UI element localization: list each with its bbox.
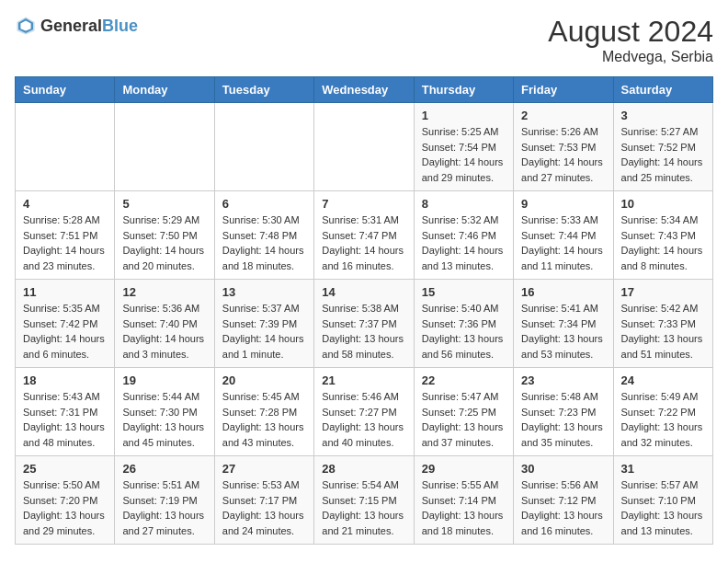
- title-block: August 2024 Medvega, Serbia: [548, 15, 713, 65]
- page-header: GeneralBlue August 2024 Medvega, Serbia: [15, 15, 713, 65]
- day-number: 19: [122, 373, 206, 387]
- calendar-cell: 21Sunrise: 5:46 AMSunset: 7:27 PMDayligh…: [314, 368, 414, 456]
- cell-content: Sunrise: 5:50 AMSunset: 7:20 PMDaylight:…: [23, 477, 107, 538]
- cell-content: Sunrise: 5:40 AMSunset: 7:36 PMDaylight:…: [422, 301, 506, 362]
- cell-content: Sunrise: 5:41 AMSunset: 7:34 PMDaylight:…: [521, 301, 605, 362]
- calendar-cell: 4Sunrise: 5:28 AMSunset: 7:51 PMDaylight…: [16, 191, 115, 280]
- calendar-week-5: 25Sunrise: 5:50 AMSunset: 7:20 PMDayligh…: [16, 456, 713, 545]
- calendar: SundayMondayTuesdayWednesdayThursdayFrid…: [15, 76, 713, 545]
- day-number: 31: [621, 462, 705, 476]
- day-header-monday: Monday: [115, 77, 214, 103]
- cell-content: Sunrise: 5:28 AMSunset: 7:51 PMDaylight:…: [23, 213, 107, 273]
- day-number: 27: [222, 462, 306, 476]
- day-number: 23: [521, 373, 605, 387]
- cell-content: Sunrise: 5:43 AMSunset: 7:31 PMDaylight:…: [23, 389, 107, 450]
- day-number: 12: [122, 285, 206, 299]
- day-number: 30: [521, 462, 605, 476]
- logo-icon: [15, 15, 37, 37]
- cell-content: Sunrise: 5:35 AMSunset: 7:42 PMDaylight:…: [23, 301, 107, 362]
- day-number: 7: [322, 197, 405, 211]
- calendar-cell: 25Sunrise: 5:50 AMSunset: 7:20 PMDayligh…: [16, 456, 115, 545]
- cell-content: Sunrise: 5:53 AMSunset: 7:17 PMDaylight:…: [222, 477, 306, 538]
- cell-content: Sunrise: 5:45 AMSunset: 7:28 PMDaylight:…: [222, 389, 306, 450]
- day-number: 25: [23, 462, 107, 476]
- calendar-cell: 19Sunrise: 5:44 AMSunset: 7:30 PMDayligh…: [115, 368, 214, 456]
- calendar-cell: 23Sunrise: 5:48 AMSunset: 7:23 PMDayligh…: [514, 368, 613, 456]
- calendar-cell: 18Sunrise: 5:43 AMSunset: 7:31 PMDayligh…: [16, 368, 115, 456]
- cell-content: Sunrise: 5:55 AMSunset: 7:14 PMDaylight:…: [422, 477, 506, 538]
- cell-content: Sunrise: 5:42 AMSunset: 7:33 PMDaylight:…: [621, 301, 705, 362]
- cell-content: Sunrise: 5:48 AMSunset: 7:23 PMDaylight:…: [521, 389, 605, 450]
- calendar-week-2: 4Sunrise: 5:28 AMSunset: 7:51 PMDaylight…: [16, 191, 713, 280]
- calendar-cell: 29Sunrise: 5:55 AMSunset: 7:14 PMDayligh…: [414, 456, 513, 545]
- day-number: 24: [621, 373, 705, 387]
- calendar-cell: [314, 103, 414, 191]
- calendar-cell: 17Sunrise: 5:42 AMSunset: 7:33 PMDayligh…: [613, 280, 712, 368]
- calendar-week-1: 1Sunrise: 5:25 AMSunset: 7:54 PMDaylight…: [16, 103, 713, 191]
- day-number: 5: [122, 197, 206, 211]
- location: Medvega, Serbia: [548, 49, 713, 65]
- logo-blue: Blue: [102, 17, 138, 35]
- cell-content: Sunrise: 5:44 AMSunset: 7:30 PMDaylight:…: [122, 389, 206, 450]
- cell-content: Sunrise: 5:46 AMSunset: 7:27 PMDaylight:…: [322, 389, 405, 450]
- day-number: 8: [422, 197, 506, 211]
- cell-content: Sunrise: 5:49 AMSunset: 7:22 PMDaylight:…: [621, 389, 705, 450]
- day-number: 29: [422, 462, 506, 476]
- cell-content: Sunrise: 5:56 AMSunset: 7:12 PMDaylight:…: [521, 477, 605, 538]
- cell-content: Sunrise: 5:27 AMSunset: 7:52 PMDaylight:…: [621, 124, 705, 185]
- day-header-saturday: Saturday: [613, 77, 712, 103]
- day-number: 2: [521, 109, 605, 122]
- day-header-wednesday: Wednesday: [314, 77, 414, 103]
- calendar-cell: 22Sunrise: 5:47 AMSunset: 7:25 PMDayligh…: [414, 368, 513, 456]
- calendar-cell: 5Sunrise: 5:29 AMSunset: 7:50 PMDaylight…: [115, 191, 214, 280]
- day-number: 21: [322, 373, 405, 387]
- calendar-cell: [16, 103, 115, 191]
- month-year: August 2024: [548, 15, 713, 49]
- logo: GeneralBlue: [15, 15, 138, 37]
- day-number: 15: [422, 285, 506, 299]
- calendar-cell: 1Sunrise: 5:25 AMSunset: 7:54 PMDaylight…: [414, 103, 513, 191]
- calendar-cell: 15Sunrise: 5:40 AMSunset: 7:36 PMDayligh…: [414, 280, 513, 368]
- cell-content: Sunrise: 5:51 AMSunset: 7:19 PMDaylight:…: [122, 477, 206, 538]
- cell-content: Sunrise: 5:29 AMSunset: 7:50 PMDaylight:…: [122, 213, 206, 273]
- day-number: 3: [621, 109, 705, 122]
- day-number: 11: [23, 285, 107, 299]
- day-number: 26: [122, 462, 206, 476]
- calendar-cell: 8Sunrise: 5:32 AMSunset: 7:46 PMDaylight…: [414, 191, 513, 280]
- cell-content: Sunrise: 5:31 AMSunset: 7:47 PMDaylight:…: [322, 213, 405, 273]
- calendar-cell: 16Sunrise: 5:41 AMSunset: 7:34 PMDayligh…: [514, 280, 613, 368]
- calendar-cell: 30Sunrise: 5:56 AMSunset: 7:12 PMDayligh…: [514, 456, 613, 545]
- day-number: 17: [621, 285, 705, 299]
- cell-content: Sunrise: 5:37 AMSunset: 7:39 PMDaylight:…: [222, 301, 306, 362]
- calendar-cell: 27Sunrise: 5:53 AMSunset: 7:17 PMDayligh…: [214, 456, 313, 545]
- cell-content: Sunrise: 5:25 AMSunset: 7:54 PMDaylight:…: [422, 124, 506, 185]
- calendar-cell: 10Sunrise: 5:34 AMSunset: 7:43 PMDayligh…: [613, 191, 712, 280]
- calendar-cell: 20Sunrise: 5:45 AMSunset: 7:28 PMDayligh…: [214, 368, 313, 456]
- day-number: 20: [222, 373, 306, 387]
- cell-content: Sunrise: 5:47 AMSunset: 7:25 PMDaylight:…: [422, 389, 506, 450]
- logo-general: General: [40, 17, 102, 35]
- day-number: 22: [422, 373, 506, 387]
- calendar-cell: 12Sunrise: 5:36 AMSunset: 7:40 PMDayligh…: [115, 280, 214, 368]
- cell-content: Sunrise: 5:54 AMSunset: 7:15 PMDaylight:…: [322, 477, 405, 538]
- cell-content: Sunrise: 5:33 AMSunset: 7:44 PMDaylight:…: [521, 213, 605, 273]
- day-number: 16: [521, 285, 605, 299]
- calendar-cell: 9Sunrise: 5:33 AMSunset: 7:44 PMDaylight…: [514, 191, 613, 280]
- cell-content: Sunrise: 5:36 AMSunset: 7:40 PMDaylight:…: [122, 301, 206, 362]
- day-header-sunday: Sunday: [16, 77, 115, 103]
- cell-content: Sunrise: 5:38 AMSunset: 7:37 PMDaylight:…: [322, 301, 405, 362]
- cell-content: Sunrise: 5:32 AMSunset: 7:46 PMDaylight:…: [422, 213, 506, 273]
- calendar-cell: [115, 103, 214, 191]
- calendar-cell: 14Sunrise: 5:38 AMSunset: 7:37 PMDayligh…: [314, 280, 414, 368]
- calendar-cell: [214, 103, 313, 191]
- day-number: 13: [222, 285, 306, 299]
- calendar-cell: 13Sunrise: 5:37 AMSunset: 7:39 PMDayligh…: [214, 280, 313, 368]
- day-header-friday: Friday: [514, 77, 613, 103]
- day-number: 10: [621, 197, 705, 211]
- day-header-thursday: Thursday: [414, 77, 513, 103]
- calendar-cell: 11Sunrise: 5:35 AMSunset: 7:42 PMDayligh…: [16, 280, 115, 368]
- calendar-cell: 31Sunrise: 5:57 AMSunset: 7:10 PMDayligh…: [613, 456, 712, 545]
- calendar-header-row: SundayMondayTuesdayWednesdayThursdayFrid…: [16, 77, 713, 103]
- calendar-cell: 26Sunrise: 5:51 AMSunset: 7:19 PMDayligh…: [115, 456, 214, 545]
- day-number: 4: [23, 197, 107, 211]
